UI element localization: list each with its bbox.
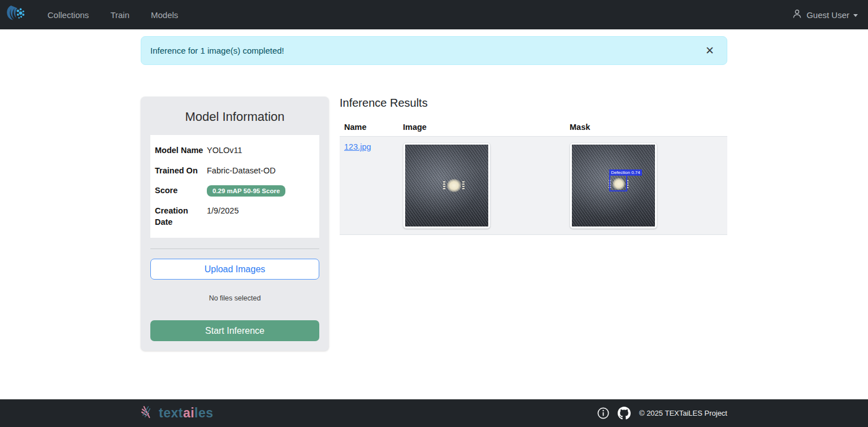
alert-message: Inference for 1 image(s) completed! xyxy=(150,46,284,55)
result-image-thumbnail xyxy=(403,142,491,229)
footer: textailes © 2025 TEXTaiLES Project xyxy=(0,399,868,427)
table-row: 123.jpg xyxy=(340,137,727,235)
textailes-loom-icon xyxy=(141,404,156,422)
info-alert: Inference for 1 image(s) completed! ✕ xyxy=(141,36,727,65)
result-mask-thumbnail: Defection 0.74 xyxy=(570,142,657,229)
trained-on-value: Fabric-Dataset-OD xyxy=(207,165,276,177)
card-divider xyxy=(150,249,319,249)
results-header-row: Name Image Mask xyxy=(340,118,727,137)
github-icon[interactable] xyxy=(618,407,631,420)
score-label: Score xyxy=(155,185,207,197)
creation-date-row: Creation Date 1/9/2025 xyxy=(155,201,315,232)
score-row: Score 0.29 mAP 50-95 Score xyxy=(155,181,315,201)
fabric-image xyxy=(405,145,488,226)
start-inference-button[interactable]: Start Inference xyxy=(150,320,319,341)
results-table: Name Image Mask 123.jpg xyxy=(340,118,727,235)
model-name-row: Model Name YOLOv11 xyxy=(155,141,315,161)
model-info-panel: Model Name YOLOv11 Trained On Fabric-Dat… xyxy=(150,135,319,238)
nav-links: Collections Train Models xyxy=(41,6,193,24)
trained-on-label: Trained On xyxy=(155,165,207,177)
fabric-defect-blob xyxy=(447,179,461,192)
column-header-name: Name xyxy=(340,118,398,137)
column-header-image: Image xyxy=(398,118,565,137)
model-name-value: YOLOv11 xyxy=(207,145,242,156)
user-name-label: Guest User xyxy=(806,10,849,20)
main-row: Model Information Model Name YOLOv11 Tra… xyxy=(141,97,727,351)
page-content: Inference for 1 image(s) completed! ✕ Mo… xyxy=(0,29,868,399)
person-icon xyxy=(792,9,802,20)
chevron-down-icon xyxy=(853,14,858,17)
inference-results-section: Inference Results Name Image Mask 123.jp… xyxy=(340,97,727,235)
detection-label: Defection 0.74 xyxy=(609,169,642,176)
nav-link-models[interactable]: Models xyxy=(144,6,185,24)
alert-close-icon[interactable]: ✕ xyxy=(702,44,718,57)
model-name-label: Model Name xyxy=(155,145,207,156)
model-card-title: Model Information xyxy=(150,110,319,124)
textailes-wordmark: textailes xyxy=(159,406,214,421)
result-file-link[interactable]: 123.jpg xyxy=(344,142,371,151)
trained-on-row: Trained On Fabric-Dataset-OD xyxy=(155,161,315,181)
app-logo[interactable] xyxy=(5,3,26,27)
upload-images-button[interactable]: Upload Images xyxy=(150,259,319,280)
column-header-mask: Mask xyxy=(565,118,727,137)
user-dropdown[interactable]: Guest User xyxy=(792,9,858,20)
info-icon[interactable] xyxy=(597,407,609,419)
files-selected-status: No files selected xyxy=(150,294,319,302)
top-navbar: Collections Train Models Guest User xyxy=(0,0,868,29)
fabric-mask-image: Defection 0.74 xyxy=(572,145,655,226)
score-badge: 0.29 mAP 50-95 Score xyxy=(207,185,285,197)
textailes-brand[interactable]: textailes xyxy=(141,404,214,422)
creation-date-value: 1/9/2025 xyxy=(207,206,238,228)
model-information-card: Model Information Model Name YOLOv11 Tra… xyxy=(141,97,329,351)
nav-link-train[interactable]: Train xyxy=(103,6,136,24)
detection-bounding-box: Defection 0.74 xyxy=(609,175,627,191)
creation-date-label: Creation Date xyxy=(155,206,207,228)
wave-network-logo-icon xyxy=(5,3,26,27)
copyright-text: © 2025 TEXTaiLES Project xyxy=(639,409,727,417)
inference-results-title: Inference Results xyxy=(340,97,727,110)
nav-link-collections[interactable]: Collections xyxy=(41,6,96,24)
